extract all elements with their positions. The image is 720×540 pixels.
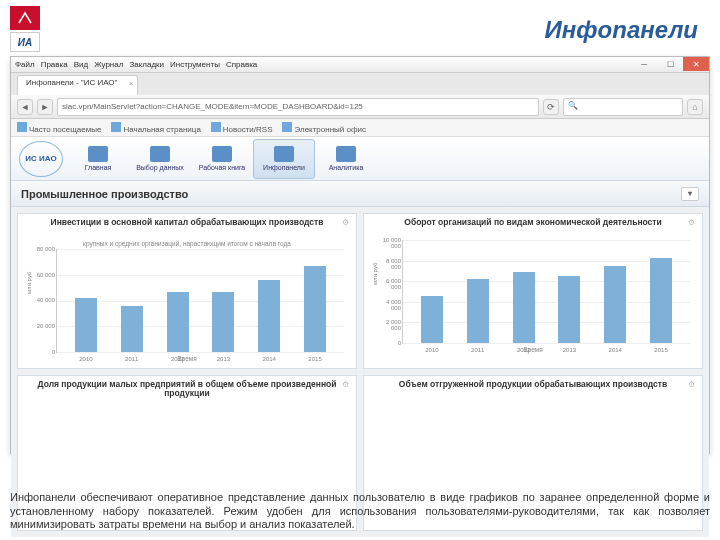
home-button[interactable]: ⌂ <box>687 99 703 115</box>
menu-bookmarks[interactable]: Закладки <box>129 60 164 69</box>
bookmark-icon <box>111 122 121 132</box>
browser-tabbar: Инфопанели - "ИС ИАО" × <box>11 73 709 95</box>
menu-edit[interactable]: Правка <box>41 60 68 69</box>
y-tick: 60 000 <box>33 272 55 278</box>
dashboard-panels: ⚙Инвестиции в основной капитал обрабатыв… <box>11 207 709 537</box>
emblem-icon <box>10 6 40 30</box>
chart-bar[interactable]: 2013 <box>558 276 580 343</box>
chart-title: Доля продукции малых предприятий в общем… <box>26 380 348 402</box>
x-tick: 2013 <box>217 356 230 362</box>
browser-tab[interactable]: Инфопанели - "ИС ИАО" × <box>17 75 138 95</box>
nav-icon <box>274 146 294 162</box>
collapse-button[interactable]: ▾ <box>681 187 699 201</box>
y-axis-label: млн.руб <box>26 271 32 293</box>
x-tick: 2015 <box>308 356 321 362</box>
slide-logo: ИА <box>10 6 40 52</box>
iac-logo-icon: ИА <box>10 32 40 52</box>
gear-icon[interactable]: ⚙ <box>688 380 698 390</box>
menu-file[interactable]: Файл <box>15 60 35 69</box>
chart-bar[interactable]: 2010 <box>421 296 443 343</box>
slide-title: Инфопанели <box>545 16 698 44</box>
chart-title: Инвестиции в основной капитал обрабатыва… <box>26 218 348 240</box>
y-tick: 10 000 000 <box>379 237 401 249</box>
gear-icon[interactable]: ⚙ <box>688 218 698 228</box>
search-input[interactable]: 🔍 <box>563 98 683 116</box>
y-axis-label: млн.руб <box>372 262 378 284</box>
bookmark-item[interactable]: Новости/RSS <box>211 122 273 134</box>
x-tick: 2012 <box>517 347 530 353</box>
x-tick: 2013 <box>563 347 576 353</box>
app-navbar: ИС ИАО ГлавнаяВыбор данныхРабочая книгаИ… <box>11 137 709 181</box>
chart-bar[interactable]: 2011 <box>467 279 489 343</box>
menu-help[interactable]: Справка <box>226 60 257 69</box>
bookmark-item[interactable]: Начальная страница <box>111 122 200 134</box>
chart-bar[interactable]: 2015 <box>304 266 326 352</box>
back-button[interactable]: ◄ <box>17 99 33 115</box>
y-tick: 20 000 <box>33 323 55 329</box>
chart-bar[interactable]: 2014 <box>258 280 280 352</box>
chart-title: Объем отгруженной продукции обрабатывающ… <box>372 380 694 402</box>
x-tick: 2014 <box>263 356 276 362</box>
x-axis-label: Время <box>26 355 348 362</box>
close-icon[interactable]: × <box>129 79 134 88</box>
minimize-button[interactable]: ─ <box>631 57 657 71</box>
chart-title: Оборот организаций по видам экономическо… <box>372 218 694 240</box>
bookmarks-bar: Часто посещаемые Начальная страница Ново… <box>11 119 709 137</box>
reload-button[interactable]: ⟳ <box>543 99 559 115</box>
browser-window: Файл Правка Вид Журнал Закладки Инструме… <box>10 56 710 454</box>
slide-description: Инфопанели обеспечивают оперативное пред… <box>10 491 710 532</box>
y-tick: 80 000 <box>33 246 55 252</box>
close-button[interactable]: ✕ <box>683 57 709 71</box>
bookmark-item[interactable]: Часто посещаемые <box>17 122 101 134</box>
menu-history[interactable]: Журнал <box>94 60 123 69</box>
bookmark-icon <box>211 122 221 132</box>
url-field[interactable]: siac.vpn/MainServlet?action=CHANGE_MODE&… <box>57 98 539 116</box>
x-tick: 2010 <box>79 356 92 362</box>
nav-label: Главная <box>85 164 112 171</box>
gear-icon[interactable]: ⚙ <box>342 380 352 390</box>
nav-Главная[interactable]: Главная <box>67 139 129 179</box>
bookmark-icon <box>17 122 27 132</box>
bookmark-icon <box>282 122 292 132</box>
menu-view[interactable]: Вид <box>74 60 88 69</box>
nav-label: Аналитика <box>329 164 364 171</box>
gear-icon[interactable]: ⚙ <box>342 218 352 228</box>
window-controls: ─ ☐ ✕ <box>631 57 709 73</box>
browser-addressbar: ◄ ► siac.vpn/MainServlet?action=CHANGE_M… <box>11 95 709 119</box>
url-text: siac.vpn/MainServlet?action=CHANGE_MODE&… <box>62 102 363 111</box>
nav-Выбор данных[interactable]: Выбор данных <box>129 139 191 179</box>
chart-bar[interactable]: 2012 <box>167 292 189 353</box>
x-tick: 2011 <box>471 347 484 353</box>
chart-area: млн.руб02 000 0004 000 0006 000 0008 000… <box>402 240 690 344</box>
nav-Рабочая книга[interactable]: Рабочая книга <box>191 139 253 179</box>
chart-bar[interactable]: 2015 <box>650 258 672 343</box>
app-logo[interactable]: ИС ИАО <box>19 141 63 177</box>
y-tick: 40 000 <box>33 297 55 303</box>
section-header: Промышленное производство ▾ <box>11 181 709 207</box>
chart-bar[interactable]: 2011 <box>121 306 143 352</box>
x-tick: 2012 <box>171 356 184 362</box>
chart-subtitle: крупных и средних организаций, нарастающ… <box>26 240 348 247</box>
nav-icon <box>336 146 356 162</box>
y-tick: 0 <box>33 349 55 355</box>
nav-Инфопанели[interactable]: Инфопанели <box>253 139 315 179</box>
bookmark-item[interactable]: Электронный офис <box>282 122 366 134</box>
nav-Аналитика[interactable]: Аналитика <box>315 139 377 179</box>
y-tick: 0 <box>379 340 401 346</box>
menu-tools[interactable]: Инструменты <box>170 60 220 69</box>
chart-bar[interactable]: 2013 <box>212 292 234 353</box>
chart-bar[interactable]: 2012 <box>513 272 535 343</box>
nav-icon <box>150 146 170 162</box>
forward-button[interactable]: ► <box>37 99 53 115</box>
x-tick: 2014 <box>609 347 622 353</box>
nav-label: Выбор данных <box>136 164 184 171</box>
section-title: Промышленное производство <box>21 188 188 200</box>
maximize-button[interactable]: ☐ <box>657 57 683 71</box>
nav-label: Инфопанели <box>263 164 305 171</box>
nav-icon <box>88 146 108 162</box>
y-tick: 8 000 000 <box>379 258 401 270</box>
chart-bar[interactable]: 2014 <box>604 266 626 343</box>
nav-label: Рабочая книга <box>199 164 245 171</box>
chart-bar[interactable]: 2010 <box>75 298 97 352</box>
x-tick: 2010 <box>425 347 438 353</box>
